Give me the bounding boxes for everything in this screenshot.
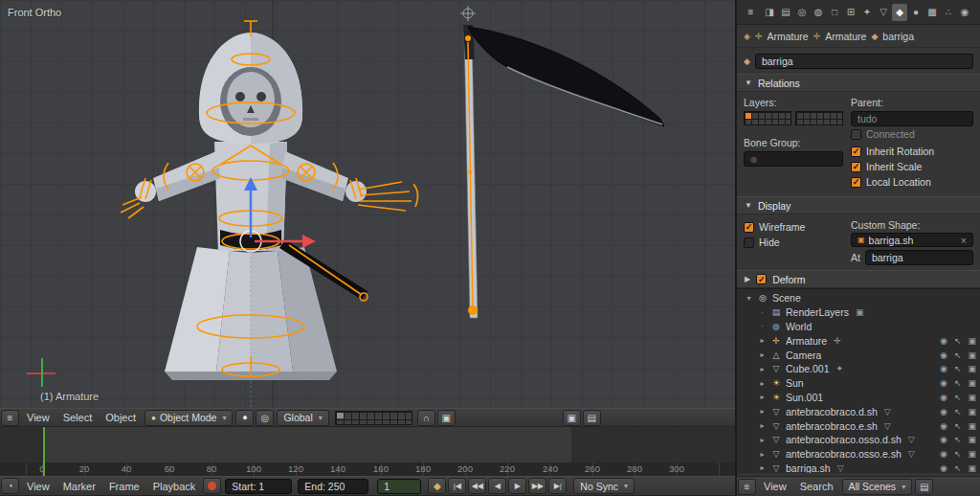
expander-icon[interactable]: ▸ — [758, 393, 767, 401]
outliner-item-label[interactable]: antebracobraco.osso.d.sh — [786, 434, 902, 445]
breadcrumb-bone[interactable]: barriga — [882, 31, 914, 42]
selectable-icon[interactable]: ↖ — [954, 393, 962, 402]
jump-to-start-button[interactable]: |◀ — [448, 478, 466, 494]
menu-select[interactable]: Select — [56, 412, 100, 423]
timeline-ruler[interactable]: 0 20 40 60 80 100 120 140 160 180 200 22… — [0, 427, 735, 476]
tab-render[interactable]: ◨ — [762, 4, 777, 21]
outliner-item-label[interactable]: Camera — [786, 349, 821, 361]
display-mode-dropdown[interactable]: All Scenes ▾ — [842, 479, 913, 495]
expander-icon[interactable]: · — [758, 322, 767, 330]
scythe-model[interactable] — [460, 6, 664, 318]
renderable-icon[interactable]: ▣ — [968, 435, 976, 444]
editor-type-button[interactable]: ≡ — [742, 4, 760, 20]
editor-type-button[interactable]: ≡ — [1, 410, 19, 426]
3d-viewport[interactable]: Front Ortho (1) Armature — [0, 0, 735, 408]
outliner-item-label[interactable]: Sun.001 — [786, 392, 823, 403]
renderable-icon[interactable]: ▣ — [968, 463, 976, 473]
connected-checkbox-row[interactable]: Connected — [851, 128, 973, 140]
tab-physics[interactable]: ◉ — [957, 4, 972, 21]
bone-group-field[interactable]: ◎ — [744, 151, 843, 167]
outliner-item-label[interactable]: Sun — [786, 377, 804, 389]
orientation-dropdown[interactable]: Global ▾ — [277, 410, 328, 426]
expander-icon[interactable]: ▸ — [758, 436, 767, 444]
expander-icon[interactable]: ▸ — [758, 421, 767, 430]
expander-icon[interactable]: ▸ — [758, 365, 767, 373]
outliner-row[interactable]: ▾ ◎ Scene — [737, 291, 980, 305]
outliner-row[interactable]: ▸ ▽ antebracobraco.e.sh ▽ ◉↖▣ — [737, 418, 980, 433]
menu-view[interactable]: View — [20, 412, 56, 423]
outliner-item-label[interactable]: Armature — [786, 335, 827, 347]
mode-dropdown[interactable]: ● Object Mode ▾ — [145, 410, 233, 426]
play-reverse-button[interactable]: ◀ — [488, 478, 506, 494]
snap-element-button[interactable]: ▣ — [437, 410, 456, 426]
outliner-item-label[interactable]: RenderLayers — [786, 306, 849, 318]
selectable-icon[interactable]: ↖ — [954, 378, 962, 388]
menu-view[interactable]: View — [757, 481, 793, 492]
selectable-icon[interactable]: ↖ — [954, 336, 962, 346]
menu-marker[interactable]: Marker — [56, 481, 102, 492]
tab-material[interactable]: ● — [908, 4, 924, 21]
tab-bone[interactable]: ◆ — [892, 4, 907, 21]
outliner-row[interactable]: ▸ ▽ antebracobraco.osso.d.sh ▽ ◉↖▣ — [737, 433, 980, 447]
selectable-icon[interactable]: ↖ — [954, 435, 962, 444]
renderable-icon[interactable]: ▣ — [968, 407, 976, 417]
local-location-row[interactable]: ✓ Local Location — [851, 176, 973, 188]
tab-render-layers[interactable]: ▤ — [778, 4, 793, 21]
prev-keyframe-button[interactable]: ◀◀ — [468, 478, 486, 494]
current-frame-cursor[interactable] — [43, 427, 45, 476]
menu-frame[interactable]: Frame — [102, 481, 146, 492]
wireframe-row[interactable]: ✓ Wireframe — [744, 221, 843, 233]
tab-object[interactable]: □ — [827, 4, 842, 21]
menu-playback[interactable]: Playback — [146, 481, 203, 492]
outliner-item-label[interactable]: antebracobraco.osso.e.sh — [786, 448, 902, 460]
layers-grid-a[interactable] — [744, 111, 791, 125]
pin-icon[interactable]: ◈ — [744, 32, 750, 41]
deform-checkbox[interactable]: ✓ — [756, 274, 767, 284]
expander-icon[interactable]: ▸ — [758, 379, 767, 388]
inherit-scale-row[interactable]: ✓ Inherit Scale — [851, 161, 973, 172]
selectable-icon[interactable]: ↖ — [954, 449, 962, 459]
visibility-eye-icon[interactable]: ◉ — [940, 350, 947, 360]
opengl-render-anim-button[interactable]: ▤ — [583, 410, 601, 426]
outliner-item-label[interactable]: Cube.001 — [786, 363, 830, 374]
checkbox[interactable]: ✓ — [744, 222, 754, 233]
menu-view[interactable]: View — [20, 481, 56, 492]
tab-world[interactable]: ◍ — [811, 4, 826, 21]
expander-icon[interactable]: ▸ — [758, 350, 767, 359]
outliner-row[interactable]: ▸ ☀ Sun ◉↖▣ — [737, 376, 980, 391]
opengl-render-image-button[interactable]: ▣ — [563, 410, 581, 426]
tab-modifiers[interactable]: ✦ — [859, 4, 875, 21]
selectable-icon[interactable]: ↖ — [954, 407, 962, 417]
visibility-eye-icon[interactable]: ◉ — [940, 421, 947, 431]
snap-magnet-button[interactable]: ∩ — [417, 410, 435, 426]
renderable-icon[interactable]: ▣ — [968, 421, 976, 431]
visibility-eye-icon[interactable]: ◉ — [940, 393, 947, 402]
checkbox[interactable] — [851, 129, 861, 140]
outliner-item-label[interactable]: barriga.sh — [786, 462, 831, 473]
expander-icon[interactable]: ▸ — [758, 463, 767, 472]
tab-object-data[interactable]: ▽ — [876, 4, 891, 21]
renderable-icon[interactable]: ▣ — [968, 350, 976, 360]
checkbox[interactable] — [744, 237, 754, 248]
visibility-eye-icon[interactable]: ◉ — [940, 463, 947, 473]
visibility-eye-icon[interactable]: ◉ — [940, 449, 947, 459]
keying-set-icon[interactable]: ◆ — [428, 478, 446, 494]
outliner[interactable]: ▾ ◎ Scene · ▤ RenderLayers ▣ · ◍ World ▸… — [737, 288, 980, 473]
renderable-icon[interactable]: ▣ — [968, 378, 976, 388]
breadcrumb-object[interactable]: Armature — [767, 31, 808, 42]
renderable-icon[interactable]: ▣ — [968, 393, 976, 402]
tab-constraints[interactable]: ⊞ — [843, 4, 858, 21]
expander-icon[interactable]: · — [758, 308, 767, 317]
custom-shape-field[interactable]: ▣ barriga.sh × — [851, 233, 973, 247]
auto-keyframe-record-button[interactable] — [203, 478, 221, 494]
expander-icon[interactable]: ▸ — [758, 450, 767, 459]
checkbox[interactable]: ✓ — [851, 177, 861, 188]
visibility-eye-icon[interactable]: ◉ — [940, 378, 947, 388]
sync-dropdown[interactable]: No Sync ▾ — [573, 478, 635, 494]
expander-icon[interactable]: ▸ — [758, 336, 767, 345]
renderable-icon[interactable]: ▣ — [968, 364, 976, 373]
at-bone-field[interactable]: barriga — [865, 250, 973, 265]
parent-field[interactable]: tudo — [851, 111, 973, 126]
outliner-row[interactable]: · ▤ RenderLayers ▣ — [737, 305, 980, 320]
filter-icon[interactable]: ▤ — [915, 479, 933, 495]
